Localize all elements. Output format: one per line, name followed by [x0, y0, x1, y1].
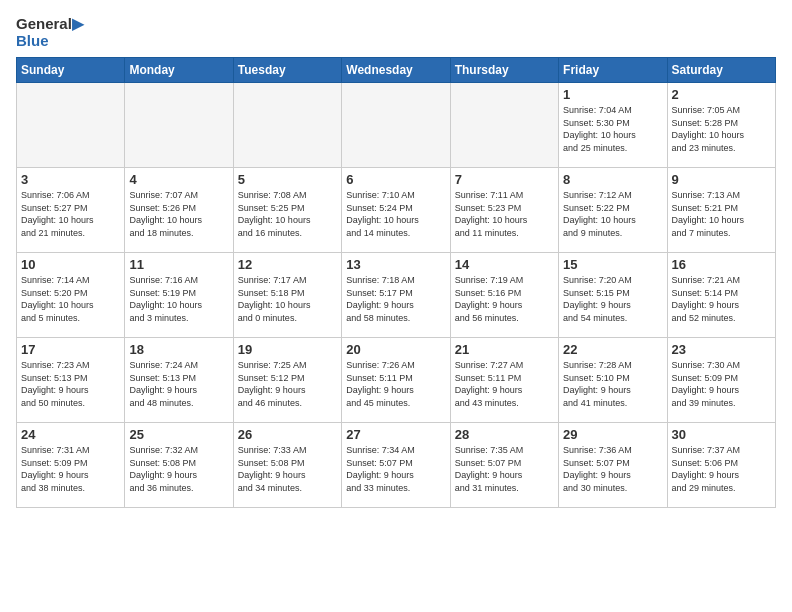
calendar-week-row: 17Sunrise: 7:23 AMSunset: 5:13 PMDayligh… [17, 338, 776, 423]
day-info: Sunrise: 7:32 AMSunset: 5:08 PMDaylight:… [129, 444, 228, 494]
day-info: Sunrise: 7:37 AMSunset: 5:06 PMDaylight:… [672, 444, 771, 494]
day-info: Sunrise: 7:31 AMSunset: 5:09 PMDaylight:… [21, 444, 120, 494]
calendar-day-cell: 14Sunrise: 7:19 AMSunset: 5:16 PMDayligh… [450, 253, 558, 338]
day-number: 11 [129, 257, 228, 272]
calendar-week-row: 1Sunrise: 7:04 AMSunset: 5:30 PMDaylight… [17, 83, 776, 168]
logo: General▶ Blue [16, 16, 84, 49]
day-number: 23 [672, 342, 771, 357]
day-info: Sunrise: 7:36 AMSunset: 5:07 PMDaylight:… [563, 444, 662, 494]
day-number: 9 [672, 172, 771, 187]
calendar-day-cell: 8Sunrise: 7:12 AMSunset: 5:22 PMDaylight… [559, 168, 667, 253]
calendar-day-cell: 12Sunrise: 7:17 AMSunset: 5:18 PMDayligh… [233, 253, 341, 338]
day-number: 10 [21, 257, 120, 272]
day-number: 18 [129, 342, 228, 357]
day-number: 21 [455, 342, 554, 357]
weekday-header-cell: Sunday [17, 58, 125, 83]
calendar-day-cell: 1Sunrise: 7:04 AMSunset: 5:30 PMDaylight… [559, 83, 667, 168]
day-info: Sunrise: 7:33 AMSunset: 5:08 PMDaylight:… [238, 444, 337, 494]
day-info: Sunrise: 7:26 AMSunset: 5:11 PMDaylight:… [346, 359, 445, 409]
day-info: Sunrise: 7:20 AMSunset: 5:15 PMDaylight:… [563, 274, 662, 324]
weekday-header-cell: Saturday [667, 58, 775, 83]
calendar-day-cell: 4Sunrise: 7:07 AMSunset: 5:26 PMDaylight… [125, 168, 233, 253]
calendar-day-cell: 10Sunrise: 7:14 AMSunset: 5:20 PMDayligh… [17, 253, 125, 338]
calendar-day-cell: 28Sunrise: 7:35 AMSunset: 5:07 PMDayligh… [450, 423, 558, 508]
day-number: 30 [672, 427, 771, 442]
calendar-week-row: 10Sunrise: 7:14 AMSunset: 5:20 PMDayligh… [17, 253, 776, 338]
weekday-header-cell: Monday [125, 58, 233, 83]
calendar-day-cell: 16Sunrise: 7:21 AMSunset: 5:14 PMDayligh… [667, 253, 775, 338]
calendar-day-cell [342, 83, 450, 168]
day-info: Sunrise: 7:04 AMSunset: 5:30 PMDaylight:… [563, 104, 662, 154]
calendar-day-cell: 17Sunrise: 7:23 AMSunset: 5:13 PMDayligh… [17, 338, 125, 423]
calendar-day-cell [450, 83, 558, 168]
day-info: Sunrise: 7:28 AMSunset: 5:10 PMDaylight:… [563, 359, 662, 409]
day-info: Sunrise: 7:10 AMSunset: 5:24 PMDaylight:… [346, 189, 445, 239]
day-number: 20 [346, 342, 445, 357]
weekday-header-cell: Thursday [450, 58, 558, 83]
calendar-day-cell: 2Sunrise: 7:05 AMSunset: 5:28 PMDaylight… [667, 83, 775, 168]
day-info: Sunrise: 7:13 AMSunset: 5:21 PMDaylight:… [672, 189, 771, 239]
day-info: Sunrise: 7:30 AMSunset: 5:09 PMDaylight:… [672, 359, 771, 409]
calendar-day-cell: 27Sunrise: 7:34 AMSunset: 5:07 PMDayligh… [342, 423, 450, 508]
calendar-week-row: 3Sunrise: 7:06 AMSunset: 5:27 PMDaylight… [17, 168, 776, 253]
day-number: 3 [21, 172, 120, 187]
weekday-header-cell: Friday [559, 58, 667, 83]
weekday-header-cell: Wednesday [342, 58, 450, 83]
day-number: 6 [346, 172, 445, 187]
day-number: 12 [238, 257, 337, 272]
calendar-day-cell: 9Sunrise: 7:13 AMSunset: 5:21 PMDaylight… [667, 168, 775, 253]
calendar-day-cell: 6Sunrise: 7:10 AMSunset: 5:24 PMDaylight… [342, 168, 450, 253]
day-info: Sunrise: 7:14 AMSunset: 5:20 PMDaylight:… [21, 274, 120, 324]
day-number: 29 [563, 427, 662, 442]
calendar-day-cell: 29Sunrise: 7:36 AMSunset: 5:07 PMDayligh… [559, 423, 667, 508]
day-number: 4 [129, 172, 228, 187]
day-number: 24 [21, 427, 120, 442]
day-number: 16 [672, 257, 771, 272]
day-info: Sunrise: 7:07 AMSunset: 5:26 PMDaylight:… [129, 189, 228, 239]
day-info: Sunrise: 7:21 AMSunset: 5:14 PMDaylight:… [672, 274, 771, 324]
calendar-week-row: 24Sunrise: 7:31 AMSunset: 5:09 PMDayligh… [17, 423, 776, 508]
logo-general: General▶ [16, 16, 84, 33]
day-number: 25 [129, 427, 228, 442]
day-info: Sunrise: 7:23 AMSunset: 5:13 PMDaylight:… [21, 359, 120, 409]
calendar-day-cell: 3Sunrise: 7:06 AMSunset: 5:27 PMDaylight… [17, 168, 125, 253]
calendar-body: 1Sunrise: 7:04 AMSunset: 5:30 PMDaylight… [17, 83, 776, 508]
day-info: Sunrise: 7:34 AMSunset: 5:07 PMDaylight:… [346, 444, 445, 494]
day-number: 14 [455, 257, 554, 272]
weekday-header-cell: Tuesday [233, 58, 341, 83]
day-info: Sunrise: 7:08 AMSunset: 5:25 PMDaylight:… [238, 189, 337, 239]
day-number: 5 [238, 172, 337, 187]
calendar-day-cell [17, 83, 125, 168]
day-number: 15 [563, 257, 662, 272]
logo-blue: Blue [16, 33, 84, 50]
day-number: 8 [563, 172, 662, 187]
day-number: 17 [21, 342, 120, 357]
calendar-day-cell: 18Sunrise: 7:24 AMSunset: 5:13 PMDayligh… [125, 338, 233, 423]
calendar-day-cell: 19Sunrise: 7:25 AMSunset: 5:12 PMDayligh… [233, 338, 341, 423]
day-info: Sunrise: 7:19 AMSunset: 5:16 PMDaylight:… [455, 274, 554, 324]
day-number: 7 [455, 172, 554, 187]
day-info: Sunrise: 7:27 AMSunset: 5:11 PMDaylight:… [455, 359, 554, 409]
day-number: 19 [238, 342, 337, 357]
calendar-day-cell: 5Sunrise: 7:08 AMSunset: 5:25 PMDaylight… [233, 168, 341, 253]
day-number: 26 [238, 427, 337, 442]
day-number: 13 [346, 257, 445, 272]
calendar-table: SundayMondayTuesdayWednesdayThursdayFrid… [16, 57, 776, 508]
calendar-day-cell: 22Sunrise: 7:28 AMSunset: 5:10 PMDayligh… [559, 338, 667, 423]
day-info: Sunrise: 7:35 AMSunset: 5:07 PMDaylight:… [455, 444, 554, 494]
calendar-day-cell: 26Sunrise: 7:33 AMSunset: 5:08 PMDayligh… [233, 423, 341, 508]
calendar-day-cell: 25Sunrise: 7:32 AMSunset: 5:08 PMDayligh… [125, 423, 233, 508]
day-info: Sunrise: 7:16 AMSunset: 5:19 PMDaylight:… [129, 274, 228, 324]
calendar-day-cell: 20Sunrise: 7:26 AMSunset: 5:11 PMDayligh… [342, 338, 450, 423]
calendar-day-cell: 11Sunrise: 7:16 AMSunset: 5:19 PMDayligh… [125, 253, 233, 338]
calendar-day-cell [125, 83, 233, 168]
day-number: 28 [455, 427, 554, 442]
day-info: Sunrise: 7:11 AMSunset: 5:23 PMDaylight:… [455, 189, 554, 239]
day-info: Sunrise: 7:12 AMSunset: 5:22 PMDaylight:… [563, 189, 662, 239]
calendar-day-cell: 30Sunrise: 7:37 AMSunset: 5:06 PMDayligh… [667, 423, 775, 508]
day-info: Sunrise: 7:25 AMSunset: 5:12 PMDaylight:… [238, 359, 337, 409]
day-info: Sunrise: 7:18 AMSunset: 5:17 PMDaylight:… [346, 274, 445, 324]
calendar-day-cell: 7Sunrise: 7:11 AMSunset: 5:23 PMDaylight… [450, 168, 558, 253]
day-number: 1 [563, 87, 662, 102]
day-number: 2 [672, 87, 771, 102]
